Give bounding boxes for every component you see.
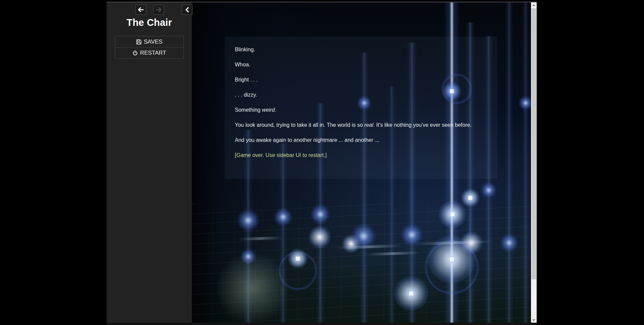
- history-back-button[interactable]: [136, 5, 146, 15]
- arrow-right-icon: [156, 7, 162, 12]
- vertical-scrollbar[interactable]: [531, 2, 537, 323]
- scrollbar-thumb[interactable]: [531, 8, 536, 279]
- arrow-left-icon: [138, 7, 144, 12]
- history-forward-button[interactable]: [153, 5, 164, 15]
- chevron-down-icon: [532, 319, 535, 321]
- page-bottom-edge: [107, 323, 537, 325]
- passage: Blinking.Whoa.Bright . . .. . . dizzy.So…: [225, 37, 497, 179]
- passage-content: Blinking.Whoa.Bright . . .. . . dizzy.So…: [235, 46, 487, 159]
- saves-button-label: SAVES: [144, 39, 162, 45]
- story-title: The Chair: [107, 17, 192, 28]
- scroll-down-button[interactable]: [531, 317, 537, 323]
- sidebar-menu: SAVES RESTART: [115, 36, 184, 59]
- story-paragraph: . . . dizzy.: [235, 91, 487, 98]
- story-paragraph: And you awake again to another nightmare…: [235, 137, 487, 144]
- story-paragraph: Blinking.: [235, 46, 487, 53]
- story-area: Blinking.Whoa.Bright . . .. . . dizzy.So…: [192, 2, 531, 323]
- power-icon: [132, 50, 138, 56]
- game-window: The Chair SAVES: [107, 2, 537, 323]
- story-paragraph: Something weird.: [235, 106, 487, 113]
- sidebar: The Chair SAVES: [107, 2, 192, 323]
- sidebar-collapse-button[interactable]: [182, 5, 193, 15]
- circuit-gridlines: [192, 204, 531, 323]
- story-paragraph: You look around, trying to take it all i…: [235, 121, 487, 128]
- scroll-up-button[interactable]: [531, 2, 537, 8]
- restart-button-label: RESTART: [140, 50, 166, 56]
- story-paragraph: Bright . . .: [235, 76, 487, 83]
- story-paragraph: Whoa.: [235, 61, 487, 68]
- chevron-left-icon: [185, 7, 190, 12]
- restart-button[interactable]: RESTART: [115, 47, 183, 58]
- story-paragraph: [Game over. Use sidebar UI to restart.]: [235, 152, 487, 159]
- floppy-disk-icon: [136, 39, 142, 45]
- saves-button[interactable]: SAVES: [115, 36, 183, 47]
- chevron-up-icon: [532, 4, 535, 6]
